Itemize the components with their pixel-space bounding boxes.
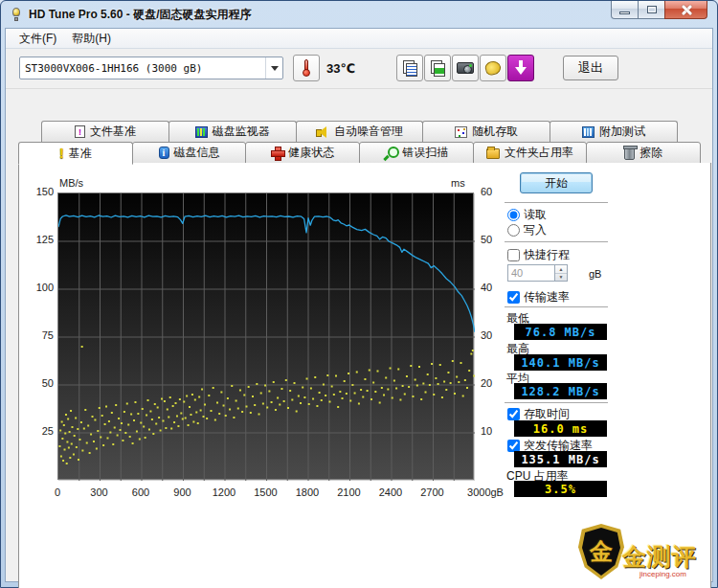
avg-value: 128.2 MB/s [514, 383, 607, 399]
screenshot-button[interactable] [452, 55, 479, 81]
short-stroke-input[interactable] [507, 264, 555, 282]
watermark: 金 金测评 jinceping.com [578, 524, 710, 581]
toolbar: ST3000VX006-1HH166 (3000 gB) 33℃ 退出 [6, 49, 712, 89]
read-label: 读取 [524, 207, 547, 223]
magnifier-icon [384, 147, 397, 160]
y-left-tick-label: 125 [25, 234, 54, 245]
drive-selector-value: ST3000VX006-1HH166 (3000 gB) [20, 62, 265, 75]
donate-button[interactable] [480, 55, 506, 81]
read-radio[interactable] [507, 209, 520, 221]
minimize-button[interactable] [611, 1, 639, 19]
tab-extra-tests[interactable]: 附加测试 [550, 121, 678, 142]
camera-icon [457, 62, 474, 74]
exit-button[interactable]: 退出 [563, 56, 618, 80]
y-left-tick-label: 50 [25, 377, 54, 389]
y-left-tick-label: 150 [25, 186, 54, 197]
short-stroke-unit: gB [589, 268, 601, 280]
tab-erase[interactable]: 擦除 [586, 142, 701, 164]
transfer-rate-checkbox[interactable] [507, 291, 520, 304]
extra-tests-icon [582, 126, 595, 138]
watermark-shield-icon: 金 [578, 524, 624, 579]
write-label: 写入 [524, 222, 547, 238]
temperature-button[interactable] [293, 55, 320, 81]
watermark-brand: 金测评 [622, 541, 697, 573]
tab-health[interactable]: 健康状态 [245, 142, 360, 164]
tab-folder-usage[interactable]: 文件夹占用率 [473, 142, 588, 164]
download-arrow-icon [515, 60, 527, 76]
info-icon: i [159, 147, 169, 159]
window-title: HD Tune Pro 5.60 - 硬盘/固态硬盘实用程序 [29, 7, 251, 23]
spinner-up-icon[interactable]: ▲ [555, 265, 567, 274]
start-button[interactable]: 开始 [520, 172, 593, 193]
tab-random-access[interactable]: 随机存取 [422, 121, 550, 142]
maximize-button[interactable] [639, 1, 664, 19]
drive-selector[interactable]: ST3000VX006-1HH166 (3000 gB) [19, 57, 283, 79]
folder-icon [486, 148, 500, 159]
copy-image-button[interactable] [424, 55, 451, 81]
app-window: HD Tune Pro 5.60 - 硬盘/固态硬盘实用程序 文件(F) 帮助(… [0, 0, 718, 588]
spinner-down-icon[interactable]: ▼ [555, 274, 567, 282]
tab-row-secondary: !文件基准 磁盘监视器 自动噪音管理 随机存取 附加测试 [41, 121, 677, 142]
tab-disk-info[interactable]: i磁盘信息 [132, 142, 247, 164]
min-value: 76.8 MB/s [514, 324, 607, 340]
plot-area [57, 192, 474, 480]
tab-row-primary: !基准 i磁盘信息 健康状态 错误扫描 文件夹占用率 擦除 [18, 142, 700, 164]
y-left-axis-title: MB/s [59, 177, 83, 189]
spinner-buttons[interactable]: ▲▼ [555, 264, 568, 282]
menu-file[interactable]: 文件(F) [11, 29, 64, 49]
close-icon [681, 4, 692, 15]
menu-bar: 文件(F) 帮助(H) [6, 29, 712, 49]
write-radio[interactable] [507, 224, 520, 237]
watermark-url: jinceping.com [639, 570, 686, 578]
y-left-tick-label: 25 [25, 425, 54, 437]
access-time-checkbox[interactable] [507, 408, 520, 420]
drive-selector-arrow[interactable] [265, 57, 282, 79]
tab-error-scan[interactable]: 错误扫描 [359, 142, 474, 164]
maximize-icon [647, 6, 657, 13]
chevron-down-icon [271, 66, 279, 71]
copy-text-button[interactable] [396, 55, 423, 81]
copy-image-icon [431, 60, 444, 76]
benchmark-icon: ! [59, 147, 64, 160]
y-left-tick-label: 100 [25, 282, 54, 293]
short-stroke-spinner: ▲▼ [507, 264, 568, 282]
disk-monitor-icon [195, 126, 208, 138]
speaker-icon [316, 126, 329, 138]
y-right-axis-title: ms [451, 177, 465, 189]
random-access-icon [455, 126, 467, 138]
file-benchmark-icon: ! [75, 125, 85, 138]
burst-rate-value: 135.1 MB/s [514, 451, 607, 467]
short-stroke-checkbox[interactable] [507, 249, 520, 261]
hand-icon [483, 59, 502, 77]
tab-aam[interactable]: 自动噪音管理 [296, 121, 424, 142]
temperature-value: 33℃ [326, 61, 355, 76]
client-area: 文件(F) 帮助(H) ST3000VX006-1HH166 (3000 gB)… [5, 28, 713, 582]
app-icon [10, 8, 23, 21]
x-tick-label: 2700 [406, 486, 460, 498]
title-bar: HD Tune Pro 5.60 - 硬盘/固态硬盘实用程序 [1, 1, 717, 28]
short-stroke-label: 快捷行程 [524, 247, 570, 263]
minimize-icon [619, 11, 630, 14]
health-cross-icon [271, 147, 283, 159]
thermometer-icon [302, 59, 311, 77]
tab-disk-monitor[interactable]: 磁盘监视器 [168, 121, 297, 142]
plot-svg [58, 193, 475, 481]
copy-text-icon [403, 60, 416, 76]
trash-icon [624, 147, 635, 160]
tab-benchmark[interactable]: !基准 [18, 142, 133, 165]
access-time-value: 16.0 ms [514, 420, 607, 437]
tab-file-benchmark[interactable]: !文件基准 [41, 121, 169, 142]
max-value: 140.1 MB/s [514, 354, 607, 371]
cpu-usage-value: 3.5% [514, 481, 607, 497]
benchmark-chart: MB/s ms 150125100755025 605040302010 030… [19, 163, 517, 588]
update-button[interactable] [507, 55, 534, 81]
menu-help[interactable]: 帮助(H) [64, 29, 119, 49]
close-button[interactable] [664, 1, 707, 19]
transfer-rate-label: 传输速率 [524, 289, 570, 305]
y-left-tick-label: 75 [25, 329, 54, 341]
